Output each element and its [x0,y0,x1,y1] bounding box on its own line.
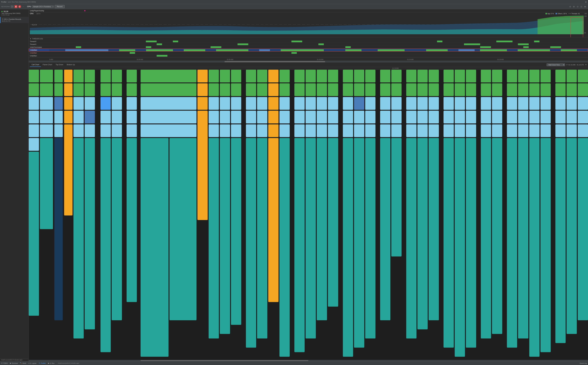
add-session-button[interactable]: + [11,5,14,8]
svg-rect-74 [85,124,95,137]
svg-rect-48 [40,83,53,96]
svg-rect-158 [306,83,316,96]
svg-rect-177 [343,83,353,96]
svg-rect-57 [54,124,63,137]
svg-rect-160 [306,111,316,123]
svg-rect-188 [365,70,375,82]
svg-rect-63 [64,124,73,216]
flame-chart-container[interactable] [29,70,588,361]
svg-rect-116 [220,111,230,123]
collapse-arrow-icon: ▼ [30,38,31,40]
svg-rect-232 [443,138,454,348]
svg-rect-279 [540,97,551,110]
zoom-reset-button[interactable]: ⊙ [576,5,579,8]
svg-rect-77 [101,70,111,82]
skip-button[interactable]: ⏭ [584,5,587,8]
filter-icon[interactable]: ▼ [585,64,587,66]
bottom-bar-logcat[interactable]: ≡ 6: Logcat [29,362,36,364]
thread-row-selected[interactable]: UnityMain [29,49,588,51]
thread-row[interactable]: UnityMain [29,51,588,54]
svg-rect-292 [566,97,577,110]
svg-rect-155 [294,124,305,137]
svg-rect-245 [477,70,480,361]
svg-rect-295 [566,138,577,334]
svg-rect-118 [220,138,230,334]
svg-rect-281 [540,124,551,137]
threads-header[interactable]: ▼ THREADS (63) [29,37,588,40]
tab-bottom-up[interactable]: Bottom Up [65,63,77,67]
flame-scrollbar-thumb[interactable] [141,360,308,361]
time-range: ⏱ 01:18.289 - 01:19.375 [566,64,584,66]
flame-scrollbar[interactable] [29,360,588,361]
svg-rect-121 [231,97,241,110]
bottom-bar-todo[interactable]: ☑ TODO [1,362,8,364]
svg-rect-104 [197,83,208,96]
scrollbar-thumb[interactable] [225,61,325,62]
session-time: 18:18 [1,10,27,13]
svg-rect-148 [280,124,290,137]
svg-rect-20 [550,46,561,48]
bottom-bar-run[interactable]: ▶ 4: Run [48,362,54,364]
bottom-bar-profiler[interactable]: ⏱ Profiler [39,362,46,364]
bottom-bar-right: Event Log [580,362,587,364]
wall-clock-dropdown[interactable]: Wall Clock Time [546,63,565,66]
svg-rect-109 [209,97,219,110]
tab-flame-chart[interactable]: Flame Chart [41,63,54,67]
sample-dropdown[interactable]: Sample C/C++ Functions [32,5,54,8]
bottom-bar-event-log[interactable]: Event Log [580,362,587,364]
svg-rect-242 [466,111,476,123]
profiler-label: Profiler [41,362,46,364]
svg-rect-6 [437,41,443,42]
timeline-scrollbar[interactable] [29,61,588,63]
svg-rect-3 [146,41,157,42]
zoom-out-button[interactable]: ⊖ [569,5,572,8]
svg-rect-119 [231,70,241,82]
left-panel: 18:18 Test (Samsung SM-C9000) 4 min 14 s… [0,9,29,361]
tab-call-chart[interactable]: Call Chart [30,63,41,67]
svg-rect-183 [354,83,364,96]
svg-rect-111 [209,124,219,137]
thread-row[interactable]: UnityChoreograp [29,46,588,49]
svg-rect-65 [73,83,84,96]
thread-row[interactable]: Thread-9 [29,43,588,46]
record-dot-button[interactable]: ● [18,5,21,8]
svg-rect-86 [112,111,122,123]
stop-button[interactable]: ■ [15,5,17,8]
svg-rect-124 [231,138,241,325]
svg-rect-208 [406,70,416,82]
record-button[interactable]: Record [55,5,65,8]
sample-dropdown-wrapper: Sample C/C++ Functions ▾ [32,5,54,8]
bottom-bar-build[interactable]: 🔨 Build [20,362,26,364]
svg-rect-81 [101,124,111,137]
svg-rect-151 [294,70,305,82]
svg-rect-230 [443,111,454,123]
svg-rect-247 [481,83,491,96]
svg-rect-13 [518,43,529,45]
gear-icon[interactable]: ⚙ [585,1,587,3]
svg-rect-102 [169,138,196,320]
thread-row[interactable]: UnityMain [29,54,588,57]
svg-rect-84 [112,83,122,96]
svg-rect-31 [426,49,448,51]
tab-top-down[interactable]: Top Down [54,63,65,67]
back-button[interactable]: ← [22,5,25,8]
session-item[interactable]: 18:18 Test (Samsung SM-C9000) 4 min 14 s… [0,9,29,17]
svg-rect-192 [365,124,375,137]
svg-rect-73 [85,111,95,123]
svg-rect-216 [417,97,428,110]
bottom-bar-terminal[interactable]: ▶ Terminal [10,362,18,364]
threads-rows-container: Thread-8 Thread-9 [29,40,588,57]
svg-rect-141 [268,111,278,123]
session-recording[interactable]: ⚙ C/C++ Function Recordi... 00:01:15.779 [0,17,29,23]
svg-rect-293 [566,111,577,123]
zoom-fit-button[interactable]: ⊡ [580,5,583,8]
svg-rect-33 [480,49,507,51]
svg-rect-95 [127,138,137,302]
thread-row[interactable]: Thread-8 [29,40,588,43]
thread-timeline [49,49,588,51]
svg-rect-204 [391,111,401,123]
svg-rect-163 [317,70,327,82]
zoom-in-button[interactable]: ⊕ [573,5,575,8]
svg-rect-255 [492,111,502,123]
svg-rect-61 [64,97,73,110]
